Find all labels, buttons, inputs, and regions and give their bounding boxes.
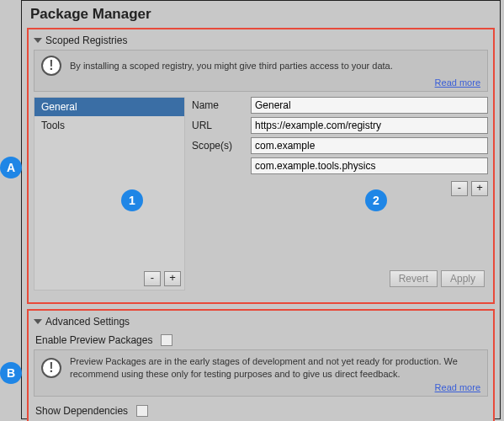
add-scope-button[interactable]: + [471, 181, 488, 196]
scoped-warning-text: By installing a scoped registry, you mig… [70, 60, 480, 72]
package-manager-window: Package Manager Scoped Registries ! By i… [21, 0, 501, 419]
advanced-warning-box: ! Preview Packages are in the early stag… [34, 349, 488, 397]
registries-body: General Tools - + Name URL Scope(s) [34, 97, 488, 290]
marker-a: A [0, 157, 22, 179]
section-title: Advanced Settings [45, 316, 130, 328]
remove-scope-button[interactable]: - [451, 181, 468, 196]
remove-registry-button[interactable]: - [144, 271, 161, 286]
section-title: Scoped Registries [45, 35, 127, 46]
url-input[interactable] [251, 117, 488, 134]
read-more-link[interactable]: Read more [435, 382, 480, 392]
registry-detail: Name URL Scope(s) - + [192, 97, 488, 290]
show-dependencies-label: Show Dependencies [35, 405, 128, 417]
marker-2: 2 [365, 189, 387, 211]
chevron-down-icon [34, 319, 42, 324]
alert-icon: ! [41, 56, 61, 76]
enable-preview-label: Enable Preview Packages [35, 334, 152, 346]
scoped-registries-panel: Scoped Registries ! By installing a scop… [27, 28, 495, 304]
enable-preview-checkbox[interactable] [161, 334, 172, 346]
marker-b: B [0, 362, 22, 384]
page-title: Package Manager [22, 1, 500, 26]
name-input[interactable] [251, 97, 488, 114]
registry-list-item-tools[interactable]: Tools [34, 116, 184, 135]
chevron-down-icon [34, 38, 42, 43]
advanced-warning-text: Preview Packages are in the early stages… [70, 355, 480, 381]
alert-icon: ! [41, 358, 61, 378]
url-label: URL [192, 120, 251, 131]
read-more-link[interactable]: Read more [435, 77, 480, 88]
show-dependencies-row: Show Dependencies [34, 402, 488, 420]
show-dependencies-checkbox[interactable] [136, 405, 148, 417]
enable-preview-row: Enable Preview Packages [34, 331, 488, 349]
add-registry-button[interactable]: + [164, 271, 181, 286]
scopes-label: Scope(s) [192, 140, 251, 152]
name-label: Name [192, 99, 251, 111]
apply-button[interactable]: Apply [441, 270, 485, 287]
scope-input-2[interactable] [251, 157, 488, 174]
registry-list-item-general[interactable]: General [34, 98, 184, 116]
advanced-settings-panel: Advanced Settings Enable Preview Package… [27, 309, 495, 421]
scope-input-1[interactable] [251, 137, 488, 154]
advanced-settings-header[interactable]: Advanced Settings [34, 314, 488, 331]
registry-list: General Tools - + [34, 97, 185, 290]
revert-button[interactable]: Revert [390, 270, 438, 287]
scoped-warning-box: ! By installing a scoped registry, you m… [34, 50, 488, 92]
marker-1: 1 [121, 189, 143, 211]
scoped-registries-header[interactable]: Scoped Registries [34, 33, 488, 50]
